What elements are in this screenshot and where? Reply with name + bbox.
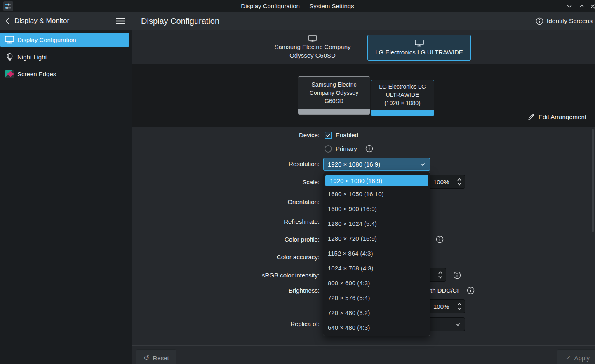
color-profile-label: Color profile: (285, 235, 320, 244)
tab-samsung-monitor[interactable]: Samsung Electric Company Odyssey G60SD (256, 33, 369, 62)
monitor-label: G60SD (298, 97, 370, 105)
resolution-option[interactable]: 640 × 480 (4:3) (323, 320, 430, 335)
sidebar-item-screen-edges[interactable]: Screen Edges (0, 67, 129, 81)
orientation-label: Orientation: (287, 198, 320, 206)
monitor-icon (5, 36, 14, 44)
sidebar-item-display-configuration[interactable]: Display Configuration (0, 33, 129, 47)
enabled-checkbox[interactable] (325, 132, 332, 139)
sidebar-header: Display & Monitor (0, 12, 132, 30)
scale-value: 100% (433, 178, 449, 186)
sidebar-item-night-light[interactable]: Night Light (0, 50, 129, 64)
titlebar: Display Configuration — System Settings (0, 0, 595, 12)
resolution-option[interactable]: 1920 × 1080 (16:9) (325, 175, 428, 186)
apply-button[interactable]: ✓ Apply (557, 349, 595, 364)
tab-lg-monitor[interactable]: LG Electronics LG ULTRAWIDE (367, 35, 471, 61)
resolution-option[interactable]: 800 × 600 (4:3) (323, 275, 430, 290)
sidebar-item-label: Screen Edges (17, 70, 56, 77)
arrangement-monitor-lg[interactable]: LG Electronics LG ULTRAWIDE (1920 × 1080… (371, 80, 434, 116)
edit-arrangement-label: Edit Arrangement (539, 113, 586, 120)
edit-arrangement-button[interactable]: Edit Arrangement (528, 111, 586, 122)
refresh-rate-label: Refresh rate: (284, 218, 320, 226)
spinner-arrows-icon[interactable] (438, 270, 443, 279)
identify-screens-button[interactable]: Identify Screens (536, 12, 593, 30)
scrollbar[interactable] (592, 129, 594, 232)
resolution-dropdown-popup: 1920 × 1080 (16:9)1680 × 1050 (16:10)160… (323, 172, 430, 336)
scale-spinbox[interactable]: 100% (429, 175, 465, 189)
reset-icon: ↺ (143, 354, 149, 362)
replica-of-label: Replica of: (290, 320, 320, 328)
spinner-arrows-icon[interactable] (457, 302, 462, 311)
srgb-intensity-label: sRGB color intensity: (262, 271, 320, 279)
resolution-option[interactable]: 1280 × 1024 (5:4) (323, 216, 430, 231)
monitor-label: (1920 × 1080) (371, 99, 434, 107)
device-label: Device: (299, 131, 320, 139)
main-header: Display Configuration Identify Screens (132, 12, 595, 30)
reset-label: Reset (153, 355, 169, 362)
window-title: Display Configuration — System Settings (0, 0, 595, 12)
arrangement-area: Samsung Electric Company Odyssey G60SD L… (132, 64, 595, 127)
info-icon (536, 17, 543, 25)
maximize-button[interactable] (578, 2, 586, 10)
check-icon: ✓ (566, 354, 571, 362)
resolution-option[interactable]: 1152 × 864 (4:3) (323, 246, 430, 261)
monitor-label: LG Electronics LG (371, 82, 434, 91)
monitor-icon (308, 35, 317, 42)
minimize-button[interactable] (566, 2, 573, 10)
enabled-label: Enabled (336, 131, 358, 139)
resolution-option[interactable]: 720 × 576 (5:4) (323, 290, 430, 305)
monitor-icon (415, 40, 424, 47)
brightness-value: 100% (433, 303, 449, 310)
tab-label: LG Electronics LG ULTRAWIDE (375, 48, 463, 56)
resolution-option[interactable]: 720 × 480 (3:2) (323, 305, 430, 320)
chevron-down-icon (455, 322, 461, 326)
ddcci-info-icon[interactable] (467, 287, 475, 294)
monitor-bottom-bar (298, 109, 370, 114)
sidebar-item-label: Night Light (17, 54, 47, 61)
sidebar-title: Display & Monitor (14, 17, 69, 25)
pencil-icon (528, 113, 535, 120)
form-separator (242, 341, 480, 341)
primary-label: Primary (336, 145, 357, 153)
page-title: Display Configuration (141, 16, 219, 26)
footer: ↺ Reset ✓ Apply (132, 345, 595, 364)
apply-label: Apply (574, 355, 590, 362)
monitor-tab-strip: Samsung Electric Company Odyssey G60SD L… (132, 30, 595, 64)
scale-label: Scale: (302, 178, 320, 186)
color-profile-info-icon[interactable] (436, 235, 444, 243)
monitor-bottom-bar (371, 110, 434, 116)
resolution-label: Resolution: (289, 160, 320, 168)
resolution-option[interactable]: 1280 × 720 (16:9) (323, 231, 430, 246)
primary-info-icon[interactable] (365, 145, 373, 153)
monitor-label: ULTRAWIDE (371, 91, 434, 99)
resolution-option[interactable]: 1600 × 900 (16:9) (323, 201, 430, 216)
monitor-label: Samsung Electric (298, 80, 370, 89)
resolution-option[interactable]: 1024 × 768 (4:3) (323, 261, 430, 275)
tab-label-line1: Samsung Electric Company (274, 42, 350, 51)
arrangement-monitor-samsung[interactable]: Samsung Electric Company Odyssey G60SD (298, 76, 370, 115)
back-icon[interactable] (5, 17, 10, 25)
srgb-info-icon[interactable] (453, 271, 461, 279)
close-button[interactable] (589, 2, 595, 10)
brightness-spinbox[interactable]: 100% (429, 299, 465, 313)
brightness-label: Brightness: (289, 287, 320, 295)
night-light-icon (5, 53, 14, 61)
hamburger-menu-icon[interactable] (116, 17, 125, 25)
color-accuracy-label: Color accuracy: (277, 253, 320, 261)
resolution-value: 1920 × 1080 (16:9) (328, 161, 380, 168)
monitor-label: Company Odyssey (298, 89, 370, 97)
ddcci-checkbox-label-partial[interactable]: th DDC/CI (430, 287, 459, 295)
resolution-option[interactable]: 1680 × 1050 (16:10) (323, 186, 430, 201)
sidebar-item-label: Display Configuration (17, 36, 76, 43)
tab-label-line2: Odyssey G60SD (289, 51, 336, 60)
chevron-down-icon (420, 162, 426, 166)
sidebar: Display Configuration Night Light Screen… (0, 30, 132, 364)
screen-edges-icon (5, 70, 14, 78)
resolution-combobox[interactable]: 1920 × 1080 (16:9) (323, 158, 430, 171)
reset-button[interactable]: ↺ Reset (136, 349, 176, 364)
spinner-arrows-icon[interactable] (457, 177, 462, 186)
identify-screens-label: Identify Screens (547, 17, 593, 25)
primary-radio[interactable] (325, 145, 332, 153)
check-icon (325, 132, 331, 138)
